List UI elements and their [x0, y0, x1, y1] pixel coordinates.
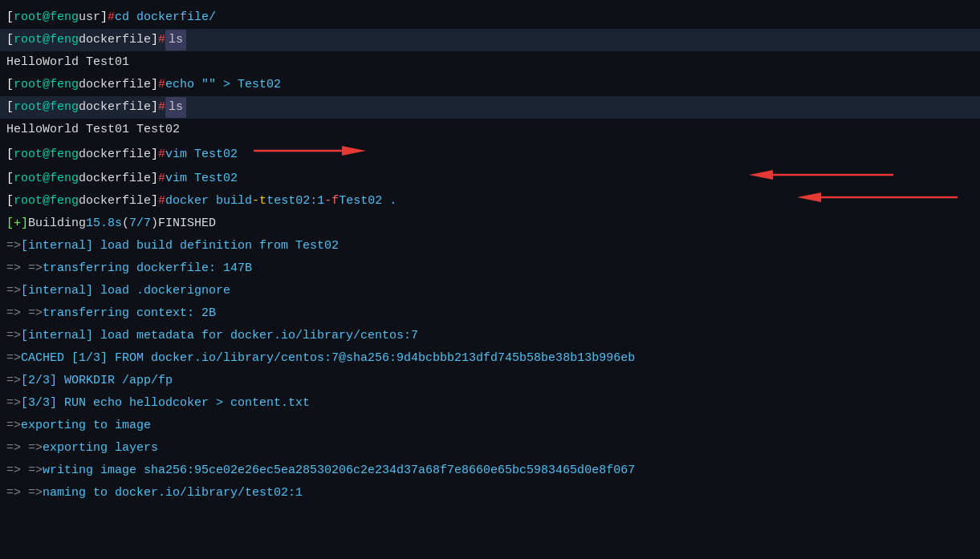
bracket-open: [	[6, 30, 14, 49]
line-content-15: => [internal] load metadata for docker.i…	[6, 326, 974, 345]
arrow-prefix: =>	[6, 371, 21, 390]
command-text: echo "" > Test02	[165, 75, 281, 94]
prompt-hash: #	[158, 98, 165, 116]
terminal-line-22: => => naming to docker.io/library/test02…	[0, 481, 980, 504]
build-output: transferring dockerfile: 147B	[43, 259, 252, 277]
terminal-line-4: [root@feng dockerfile]# echo "" > Test02	[0, 74, 980, 96]
paren-close: )	[151, 214, 158, 233]
arrow-prefix: =>	[6, 349, 21, 367]
arrow-prefix: => =>	[6, 304, 43, 322]
prompt-user: root@feng	[14, 98, 79, 116]
line-content-7: [root@feng dockerfile]# vim Test02	[6, 142, 974, 166]
bracket-open: [	[6, 145, 14, 164]
terminal-line-18: => [3/3] RUN echo hellodcoker > content.…	[0, 391, 980, 414]
terminal-line-19: => exporting to image	[0, 414, 980, 436]
prompt-hash: #	[158, 30, 165, 49]
line-content-8: [root@feng dockerfile]# vim Test02	[6, 169, 974, 188]
arrow-prefix: =>	[6, 394, 21, 412]
prompt-user: root@feng	[14, 30, 79, 49]
command-docker: docker build	[165, 192, 252, 210]
prompt-space: dockerfile	[79, 145, 151, 164]
step-label: (	[122, 214, 129, 233]
prompt-space: usr	[79, 8, 100, 26]
bracket-open: [	[6, 169, 14, 188]
output-text: HelloWorld Test01	[6, 53, 129, 71]
svg-marker-3	[749, 170, 773, 180]
prompt-space: dockerfile	[79, 98, 151, 116]
bracket-close: ]	[151, 145, 158, 164]
flag-t: -t	[252, 192, 266, 210]
svg-marker-5	[797, 192, 821, 202]
line-content-12: => => transferring dockerfile: 147B	[6, 259, 974, 277]
bracket-close: ]	[100, 8, 108, 26]
arrow-prefix: => =>	[6, 484, 43, 502]
terminal-line-8: [root@feng dockerfile]# vim Test02	[0, 167, 980, 189]
build-output: [2/3] WORKDIR /app/fp	[21, 371, 173, 390]
command-arg2: Test02 .	[339, 192, 396, 210]
arrow-prefix: =>	[6, 416, 21, 435]
flag-f: -f	[324, 192, 339, 210]
red-arrow-2	[749, 166, 893, 190]
bracket-close: ]	[151, 75, 158, 94]
prompt-user: root@feng	[14, 145, 79, 164]
build-output: CACHED [1/3] FROM docker.io/library/cent…	[21, 349, 635, 367]
line-content-10: [+] Building 15.8s (7/7) FINISHED	[6, 214, 974, 233]
prompt-space: dockerfile	[79, 30, 151, 49]
prompt-hash: #	[158, 192, 165, 210]
line-content-5: [root@feng dockerfile]# ls	[6, 97, 974, 117]
terminal-line-6: HelloWorld Test01 Test02	[0, 119, 980, 141]
bracket-close: ]	[151, 192, 158, 210]
exporting-to-image: exporting to image	[21, 416, 151, 435]
bracket-open: [	[6, 192, 14, 210]
command-text: vim Test02	[165, 145, 238, 164]
arrow-prefix: =>	[6, 326, 21, 345]
arrow-prefix: => =>	[6, 259, 43, 277]
prompt-hash: #	[158, 75, 165, 94]
build-output: [internal] load build definition from Te…	[21, 237, 339, 255]
build-output: [3/3] RUN echo hellodcoker > content.txt	[21, 394, 310, 412]
bracket-open: [	[6, 98, 14, 116]
bracket-open: [	[6, 8, 14, 26]
command-text: cd dockerfile/	[115, 8, 216, 26]
line-content-16: => CACHED [1/3] FROM docker.io/library/c…	[6, 349, 974, 367]
terminal-line-21: => => writing image sha256:95ce02e26ec5e…	[0, 459, 980, 481]
line-content-9: [root@feng dockerfile]# docker build -t …	[6, 192, 974, 210]
terminal-line-2: [root@feng dockerfile]# ls	[0, 29, 980, 51]
command-ls: ls	[165, 97, 186, 117]
command-arg1: test02:1	[266, 192, 324, 210]
arrow-prefix: =>	[6, 237, 21, 255]
command-text: vim Test02	[165, 169, 238, 188]
writing-image: writing image sha256:95ce02e26ec5ea28530…	[43, 461, 635, 480]
terminal-line-20: => => exporting layers	[0, 436, 980, 459]
output-text: HelloWorld Test01 Test02	[6, 120, 180, 139]
prompt-hash: #	[158, 145, 165, 164]
prompt-space: dockerfile	[79, 75, 151, 94]
arrow-prefix: => =>	[6, 461, 43, 480]
bracket-close: ]	[151, 98, 158, 116]
exporting-layers: exporting layers	[43, 439, 158, 457]
line-content-13: => [internal] load .dockerignore	[6, 282, 974, 300]
terminal-line-3: HelloWorld Test01	[0, 51, 980, 74]
terminal-line-17: => [2/3] WORKDIR /app/fp	[0, 369, 980, 391]
prompt-hash: #	[108, 8, 115, 26]
line-content-3: HelloWorld Test01	[6, 53, 974, 71]
terminal-line-5: [root@feng dockerfile]# ls	[0, 96, 980, 119]
arrow-prefix: =>	[6, 282, 21, 300]
building-text: Building	[28, 214, 86, 233]
prompt-user: root@feng	[14, 192, 79, 210]
svg-marker-1	[342, 146, 366, 156]
terminal-line-1: [root@feng usr]# cd dockerfile/	[0, 6, 980, 29]
terminal-line-11: => [internal] load build definition from…	[0, 234, 980, 257]
terminal-window: [root@feng usr]# cd dockerfile/ [root@fe…	[0, 0, 980, 559]
finished-text: FINISHED	[158, 214, 216, 233]
terminal-line-9: [root@feng dockerfile]# docker build -t …	[0, 189, 980, 212]
terminal-line-16: => CACHED [1/3] FROM docker.io/library/c…	[0, 346, 980, 369]
terminal-line-13: => [internal] load .dockerignore	[0, 279, 980, 302]
prompt-user: root@feng	[14, 169, 79, 188]
red-arrow-3	[797, 188, 958, 213]
build-output: [internal] load metadata for docker.io/l…	[21, 326, 418, 345]
prompt-user: root@feng	[14, 75, 79, 94]
build-output: transferring context: 2B	[43, 304, 216, 322]
terminal-line-7: [root@feng dockerfile]# vim Test02	[0, 141, 980, 167]
line-content-2: [root@feng dockerfile]# ls	[6, 30, 974, 50]
